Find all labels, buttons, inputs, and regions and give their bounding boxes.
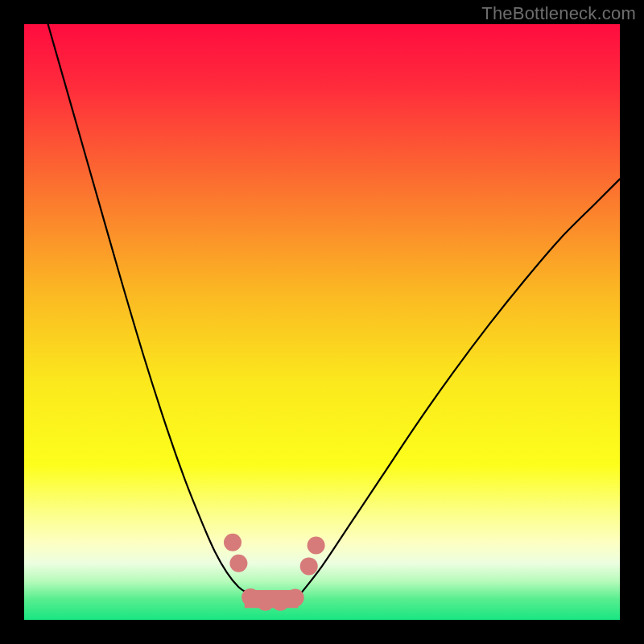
- marker-point: [300, 557, 318, 575]
- outer-frame: TheBottleneck.com: [0, 0, 644, 644]
- marker-point: [271, 593, 289, 611]
- marker-point: [308, 537, 325, 555]
- chart-svg: [24, 24, 620, 620]
- marker-point: [287, 589, 304, 607]
- plot-area: [24, 24, 620, 620]
- marker-point: [224, 534, 242, 551]
- gradient-bg: [24, 24, 620, 620]
- watermark-text: TheBottleneck.com: [481, 3, 636, 24]
- marker-point: [229, 555, 247, 572]
